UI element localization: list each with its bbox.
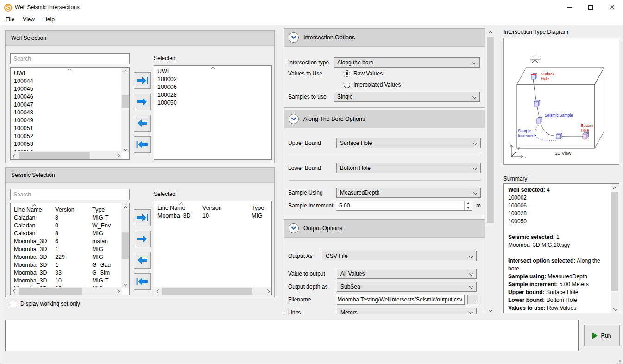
scroll-thumb[interactable]	[611, 192, 618, 291]
column-version[interactable]: Version	[202, 204, 252, 212]
lower-bound-dropdown[interactable]: Bottom Hole	[336, 163, 481, 173]
options-vscrollbar[interactable]	[486, 28, 495, 314]
diagram-title: Intersection Type Diagram	[503, 29, 568, 35]
list-item[interactable]: 100053	[11, 140, 121, 148]
spin-up-button[interactable]	[465, 201, 472, 206]
sample-using-dropdown[interactable]: MeasuredDepth	[336, 188, 481, 198]
list-item[interactable]: 100048	[11, 109, 121, 117]
well-search-input[interactable]	[10, 53, 130, 64]
column-type[interactable]: Type	[252, 204, 271, 212]
units-dropdown[interactable]: Meters	[337, 308, 477, 314]
column-version[interactable]: Version	[55, 206, 92, 214]
well-selection-title: Well Selection	[11, 35, 46, 41]
list-item[interactable]: 100052	[11, 132, 121, 140]
scroll-thumb[interactable]	[19, 288, 82, 295]
list-item[interactable]: 100049	[11, 117, 121, 125]
samples-to-use-dropdown[interactable]: Single	[334, 92, 480, 102]
table-row[interactable]: Moomba_3D10MIG-T	[11, 277, 121, 285]
table-row[interactable]: Moomba_3D33G_Sim	[11, 269, 121, 277]
minimize-icon	[567, 7, 572, 8]
scroll-thumb[interactable]	[122, 95, 129, 108]
table-row[interactable]: Caladan0W_Env	[11, 222, 121, 230]
seismic-table-header[interactable]: Line Name Version Type	[11, 203, 121, 214]
menu-view[interactable]: View	[19, 14, 39, 25]
log-output-area[interactable]	[5, 320, 579, 351]
list-item[interactable]: 100028	[154, 91, 271, 99]
collapse-section-button[interactable]	[289, 114, 299, 124]
column-type[interactable]: Type	[92, 206, 121, 214]
seismic-table-vscrollbar[interactable]	[121, 203, 129, 288]
maximize-icon	[588, 5, 593, 10]
chevron-down-icon	[472, 61, 476, 64]
upper-bound-dropdown[interactable]: Surface Hole	[336, 138, 481, 148]
resize-grip-icon[interactable]	[619, 360, 621, 362]
seismic-search-input[interactable]	[10, 189, 130, 200]
well-remove-all-button[interactable]	[134, 136, 151, 153]
seismic-remove-selected-button[interactable]	[134, 252, 151, 269]
seismic-selected-label: Selected	[154, 191, 176, 197]
well-add-all-button[interactable]	[134, 72, 151, 89]
output-depth-dropdown[interactable]: SubSea	[337, 282, 477, 292]
sample-increment-unit: m	[476, 202, 481, 209]
table-row[interactable]: Caladan8MIG-T	[11, 214, 121, 222]
scroll-thumb[interactable]	[487, 37, 494, 223]
well-list-vscrollbar[interactable]	[121, 68, 129, 152]
intersection-type-label: Intersection type	[288, 59, 334, 66]
chevron-down-icon	[472, 95, 476, 99]
table-row[interactable]: Moomba_3D6mstan	[11, 238, 121, 245]
list-item[interactable]: 100006	[154, 83, 271, 91]
maximize-button[interactable]	[580, 0, 601, 14]
list-item[interactable]: 100045	[11, 85, 121, 93]
table-row[interactable]: Moomba_3D229MIG	[11, 253, 121, 261]
seismic-add-all-button[interactable]	[134, 209, 151, 226]
raw-values-radio[interactable]	[344, 70, 350, 77]
output-as-dropdown[interactable]: CSV File	[322, 251, 477, 261]
menu-file[interactable]: File	[1, 14, 19, 25]
collapse-section-button[interactable]	[289, 223, 299, 233]
close-button[interactable]	[601, 0, 623, 14]
summary-vscrollbar[interactable]	[611, 184, 619, 313]
list-item[interactable]: 100054	[11, 148, 121, 151]
run-button[interactable]: Run	[584, 325, 620, 346]
well-remove-selected-button[interactable]	[134, 115, 151, 132]
intersection-type-dropdown[interactable]: Along the bore	[334, 57, 480, 68]
filename-input[interactable]: Moomba Testing/WellIntersects/Seismic/ou…	[337, 295, 465, 305]
list-item[interactable]: 100002	[154, 75, 271, 83]
list-item[interactable]: 100051	[11, 125, 121, 132]
well-column-header[interactable]: UWI	[11, 68, 121, 77]
table-row[interactable]: Caladan8MIG	[11, 230, 121, 238]
output-as-label: Output As	[288, 253, 322, 259]
scroll-thumb[interactable]	[19, 152, 90, 159]
scroll-down-icon	[123, 146, 127, 150]
column-line-name[interactable]: Line Name	[11, 206, 55, 214]
seismic-table-hscrollbar[interactable]	[11, 287, 121, 295]
table-row[interactable]: Moomba_3D1MIG	[11, 245, 121, 253]
table-row[interactable]: Moomba_3D10MIG	[154, 212, 271, 220]
list-item[interactable]: 100044	[11, 77, 121, 85]
scroll-thumb[interactable]	[162, 288, 252, 295]
collapse-section-button[interactable]	[289, 32, 299, 43]
view-label: 3D View	[555, 151, 571, 156]
menu-bar: FileViewHelp	[0, 14, 623, 25]
list-item[interactable]: 100047	[11, 101, 121, 109]
summary-panel: Well selected: 4100002100006100028100050…	[503, 183, 619, 313]
column-line-name[interactable]: Line Name	[154, 204, 202, 212]
minimize-button[interactable]	[559, 0, 580, 14]
menu-help[interactable]: Help	[39, 14, 59, 25]
scroll-thumb[interactable]	[122, 232, 129, 259]
well-add-selected-button[interactable]	[134, 94, 151, 110]
seismic-selected-hscrollbar[interactable]	[154, 287, 271, 295]
browse-button[interactable]: ...	[467, 295, 478, 304]
seismic-add-selected-button[interactable]	[134, 231, 151, 247]
list-item[interactable]: 100046	[11, 93, 121, 101]
seismic-remove-all-button[interactable]	[134, 273, 151, 290]
list-item[interactable]: 100050	[154, 99, 271, 107]
seismic-selected-header[interactable]: Line Name Version Type	[154, 201, 271, 212]
interpolated-values-radio[interactable]	[344, 82, 350, 88]
display-working-set-checkbox[interactable]	[11, 301, 17, 307]
spin-down-button[interactable]	[465, 206, 472, 210]
table-row[interactable]: Moomba_3D1G_Gau	[11, 261, 121, 269]
well-list-hscrollbar[interactable]	[11, 151, 121, 159]
value-to-output-dropdown[interactable]: All Values	[337, 269, 477, 279]
sample-increment-spinner[interactable]: 5.00	[336, 201, 472, 211]
